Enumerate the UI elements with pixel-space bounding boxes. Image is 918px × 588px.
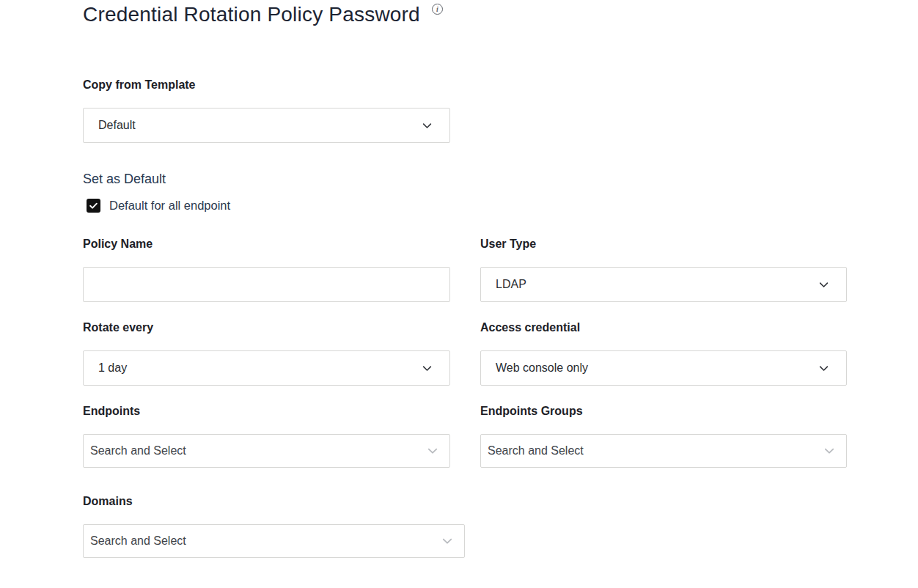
endpoints-groups-search-select[interactable]: Search and Select — [480, 434, 847, 468]
endpoints-field: Endpoints Search and Select — [83, 405, 450, 468]
domains-label: Domains — [83, 495, 847, 508]
policy-name-label: Policy Name — [83, 238, 450, 251]
rotate-every-value: 1 day — [98, 361, 127, 375]
endpoints-label: Endpoints — [83, 405, 450, 418]
policy-name-input[interactable] — [83, 267, 450, 302]
copy-from-template-label: Copy from Template — [83, 78, 847, 92]
endpoints-groups-field: Endpoints Groups Search and Select — [480, 405, 847, 468]
set-as-default-heading: Set as Default — [83, 172, 847, 186]
user-type-field: User Type LDAP — [480, 238, 847, 302]
page-title: Credential Rotation Policy Password — [83, 2, 420, 27]
chevron-down-icon — [421, 362, 433, 375]
access-credential-label: Access credential — [480, 321, 847, 334]
chevron-down-icon — [441, 534, 454, 548]
rotate-every-field: Rotate every 1 day — [83, 321, 450, 386]
chevron-down-icon — [421, 120, 433, 132]
form-grid: Policy Name User Type LDAP Rotate every … — [83, 238, 847, 468]
user-type-label: User Type — [480, 238, 847, 251]
access-credential-value: Web console only — [496, 361, 588, 375]
copy-from-template-value: Default — [98, 119, 136, 132]
access-credential-field: Access credential Web console only — [480, 321, 847, 386]
access-credential-select[interactable]: Web console only — [480, 350, 847, 386]
check-icon — [89, 201, 98, 210]
credential-rotation-form: Credential Rotation Policy Password i Co… — [83, 0, 847, 573]
default-endpoint-checkbox-row: Default for all endpoint — [83, 199, 847, 213]
user-type-select[interactable]: LDAP — [480, 267, 847, 302]
rotate-every-select[interactable]: 1 day — [83, 350, 450, 386]
copy-from-template-field: Copy from Template Default — [83, 78, 847, 143]
title-row: Credential Rotation Policy Password i — [83, 2, 847, 27]
domains-placeholder: Search and Select — [90, 534, 186, 548]
chevron-down-icon — [818, 279, 830, 291]
endpoints-search-select[interactable]: Search and Select — [83, 434, 450, 468]
domains-field: Domains Search and Select — [83, 495, 847, 573]
copy-from-template-select[interactable]: Default — [83, 108, 450, 143]
default-endpoint-checkbox[interactable] — [87, 199, 100, 213]
info-icon[interactable]: i — [432, 4, 443, 15]
chevron-down-icon — [426, 444, 439, 457]
chevron-down-icon — [818, 362, 830, 375]
rotate-every-label: Rotate every — [83, 321, 450, 334]
chevron-down-icon — [823, 444, 836, 457]
user-type-value: LDAP — [496, 278, 526, 291]
default-endpoint-checkbox-label: Default for all endpoint — [109, 199, 230, 213]
set-as-default-section: Set as Default Default for all endpoint — [83, 172, 847, 213]
domains-search-select[interactable]: Search and Select — [83, 524, 465, 558]
endpoints-groups-label: Endpoints Groups — [480, 405, 847, 418]
endpoints-groups-placeholder: Search and Select — [488, 444, 584, 457]
endpoints-placeholder: Search and Select — [90, 444, 186, 457]
policy-name-field: Policy Name — [83, 238, 450, 302]
